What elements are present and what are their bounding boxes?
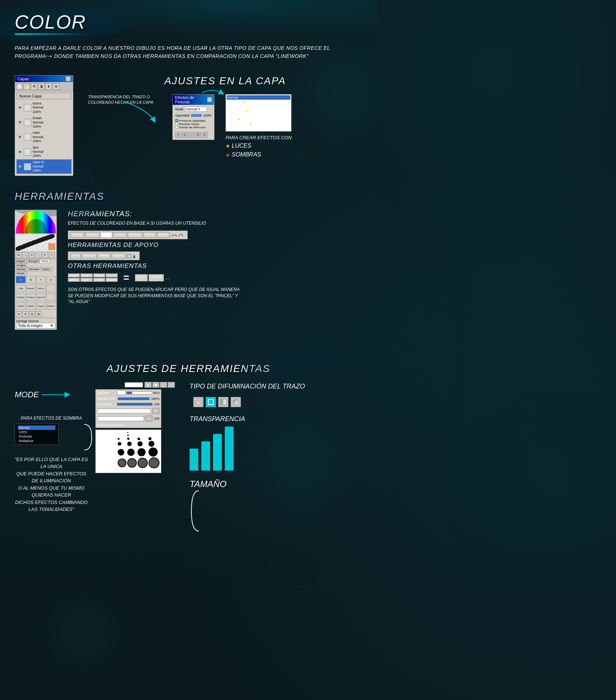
tool-grid-cell-4[interactable]: S (46, 276, 56, 283)
blend-item-pantalla[interactable]: Pantalla (227, 104, 290, 108)
dot-2[interactable] (127, 432, 128, 433)
tamano-slider[interactable] (126, 391, 152, 394)
circulo-value[interactable]: (círculo simple) (97, 409, 151, 413)
dot-10[interactable] (118, 442, 121, 446)
dot-20[interactable] (118, 449, 124, 456)
tab-borrador[interactable]: Borrador (28, 267, 41, 271)
eye-icon[interactable]: 👁 (17, 164, 22, 169)
mode-dropdown[interactable]: Normal ▼ (185, 107, 207, 112)
cell-papel[interactable]: Papel (26, 302, 36, 310)
dot-12[interactable] (127, 442, 132, 446)
cell-crayon[interactable]: Crayon (36, 302, 46, 310)
layer-item-color[interactable]: 👁 color Normal 100% (16, 130, 72, 145)
strip-icon-3[interactable]: ⊡ (29, 311, 35, 317)
textura-value[interactable]: (sin textura) (97, 416, 144, 421)
cell-desenf[interactable]: Desenf. (46, 302, 56, 310)
dot-4[interactable] (127, 435, 129, 436)
difum-btn-1[interactable]: ▲ (193, 397, 203, 407)
new-layer-icon[interactable]: 📄 (16, 83, 23, 90)
blend-item-lumi-shade[interactable]: Lumi & Shade ★ (227, 122, 290, 126)
source-dropdown[interactable]: Toda la imagen ▼ (16, 323, 55, 328)
strip-tab-desele[interactable]: Desele. (111, 253, 125, 259)
dot-35[interactable] (148, 447, 158, 457)
densidad-bar[interactable] (117, 403, 153, 406)
tamano-value-box[interactable]: x 1.0 (117, 390, 126, 395)
tool-ctrl-3[interactable]: ✛ (29, 252, 35, 258)
dot-25[interactable] (127, 449, 135, 456)
new-layer-button[interactable]: Nueva Capa (16, 93, 72, 99)
layer-item-capa01[interactable]: 👁 capa 01 Normal 100% (16, 159, 72, 174)
tamano-min-bar[interactable] (118, 397, 150, 400)
strip-tab-pincel[interactable]: Pincel (100, 232, 112, 238)
mode-btn-1[interactable]: ▮ (144, 382, 152, 388)
tool-ctrl-4[interactable]: ⬚ (36, 252, 41, 258)
dot-7[interactable] (138, 438, 140, 440)
delete-layer-icon[interactable]: 🗑 (38, 83, 45, 90)
strip-tab-selecc[interactable]: Selecc. (98, 253, 111, 259)
tool-grid-cell-1[interactable]: C (16, 276, 26, 283)
dot-45[interactable] (127, 458, 137, 468)
tool-icon-4[interactable]: ☰ (195, 132, 201, 138)
strip-tab-bolgraf[interactable]: Bolgraf. (70, 232, 84, 238)
eye-icon[interactable]: 👁 (17, 135, 22, 140)
layer-item-ojos[interactable]: 👁 ojos Normal 100% (16, 145, 72, 159)
shadow-item-profundo[interactable]: Profundo (18, 434, 55, 439)
cell-al-agua2[interactable]: Al Agua (26, 294, 36, 301)
strip-tab-aerograf[interactable]: Aerograf (85, 232, 100, 238)
shadow-item-multiplicar[interactable]: Multiplicar (18, 439, 55, 443)
merge-icon[interactable]: ⬇ (45, 83, 52, 90)
difum-btn-4[interactable] (231, 397, 241, 407)
tool-ctrl-2[interactable]: 🔍 (22, 252, 28, 258)
cell-acrilco[interactable]: Acrílco (16, 302, 26, 310)
preserve-opacity-checkbox[interactable] (175, 119, 178, 122)
shadow-item-normal[interactable]: Normal (18, 425, 55, 430)
cell-binario[interactable]: Binario (26, 285, 36, 292)
recortar-grupo-checkbox[interactable] (175, 122, 178, 125)
tab-aerograf[interactable]: Aerograf (27, 259, 40, 263)
dot-5[interactable] (118, 438, 120, 440)
tool-grid-cell-3[interactable]: T (36, 276, 46, 283)
strip-icon-2[interactable]: ✦ (22, 311, 28, 317)
strip-tab-marador[interactable]: Marador. (128, 232, 143, 238)
mode-btn-4[interactable]: □ (168, 382, 175, 388)
cell-agua-ol[interactable]: Agua Ol (36, 294, 46, 301)
layer-item-trazos[interactable]: 👁 trazos Normal 100% (16, 101, 72, 115)
other-al-agua1[interactable]: Al Agua (68, 273, 80, 277)
tool-ctrl-5[interactable]: ✒ (42, 252, 48, 258)
strip-tab-bolt[interactable]: Bolt tra (157, 232, 170, 238)
strip-tab-al-agua[interactable]: Al Agua (113, 232, 127, 238)
fuente-seleccion-checkbox[interactable] (175, 126, 178, 129)
dot-50[interactable] (138, 458, 148, 468)
tool-icon-3[interactable]: ⬚ (188, 132, 194, 138)
blend-item-normal[interactable]: Normal (227, 95, 290, 100)
tool-grid-cell-2[interactable]: B (26, 276, 36, 283)
textura-btn[interactable]: ▼ (145, 416, 153, 421)
tool-icon-5[interactable]: ⟳ (202, 132, 208, 138)
tool-ctrl-6[interactable]: ⊹ (49, 252, 55, 258)
dot-16[interactable] (148, 441, 154, 447)
dot-14[interactable] (138, 441, 143, 446)
eye-icon[interactable]: 👁 (17, 120, 22, 125)
blend-item-multiplicar[interactable]: Multiplicar ★ (227, 100, 290, 104)
cell-bolt[interactable]: Bolt trt (36, 285, 46, 292)
eye-icon[interactable]: 👁 (17, 105, 22, 110)
cell-cube[interactable]: Cubo (16, 285, 26, 292)
strip-tab-binario[interactable]: Binario (143, 232, 156, 238)
other-desenf[interactable]: Desenf. (106, 278, 118, 282)
strip-icon-1[interactable]: ✒ (16, 311, 22, 317)
eye-icon[interactable]: 👁 (17, 150, 22, 155)
tab-pincel[interactable]: Pincel (40, 259, 50, 263)
other-agua-ol[interactable]: Agua Ol (93, 273, 105, 277)
copy-layer-icon[interactable]: ⧉ (31, 83, 37, 90)
layer-item-lineart[interactable]: 👁 lineart Normal 100% (16, 115, 72, 130)
base-pincel[interactable]: Pincel (135, 274, 148, 281)
mode-btn-2[interactable]: ◼ (152, 382, 160, 388)
other-al-agua2[interactable]: Al Agua (80, 273, 92, 277)
mode-btn-3[interactable]: ◻ (160, 382, 167, 388)
advanced-area[interactable]: ▶ Ajustes avanzados (97, 423, 125, 427)
settings-icon[interactable]: ⚙ (53, 83, 59, 90)
difum-btn-3[interactable] (218, 397, 228, 407)
tool-ctrl-1[interactable]: ⊕ (16, 252, 22, 258)
other-crayon[interactable]: Crayon (93, 278, 105, 282)
tab-marador[interactable]: Marador. (15, 267, 28, 271)
